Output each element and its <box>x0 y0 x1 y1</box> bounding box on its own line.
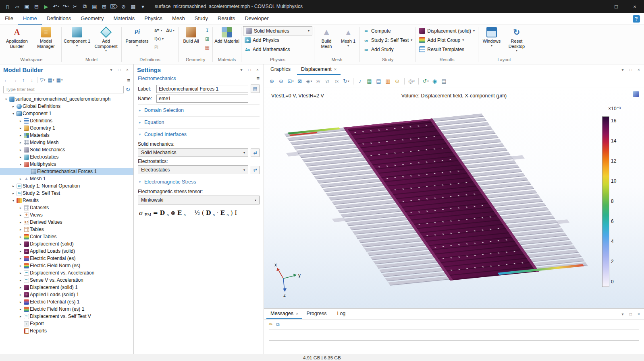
tree-item[interactable]: ▸ Tables <box>0 226 133 233</box>
tree-item[interactable]: ▸ Study 2: Self Test <box>0 190 133 197</box>
tab-graphics[interactable]: Graphics <box>266 64 297 75</box>
panel-close-icon[interactable]: × <box>125 68 130 72</box>
add-material-button[interactable]: Add Material <box>214 26 239 44</box>
plot-area[interactable]: VtestL=0 V, VtestR=2 V Volume: Displacem… <box>264 87 644 308</box>
build-all-button[interactable]: Build All <box>180 26 202 44</box>
tree-expander-icon[interactable]: ▸ <box>10 105 16 108</box>
undo-icon[interactable]: ↶ ▾ <box>52 2 60 11</box>
disable-icon[interactable]: ⊘ <box>119 2 128 11</box>
displacement-plot-button[interactable]: Displacement (solid) ▾ <box>418 26 476 35</box>
build-mesh-button[interactable]: Build Mesh <box>316 26 337 49</box>
result-templates-button[interactable]: Result Templates <box>418 45 476 54</box>
tree-expander-icon[interactable]: ▾ <box>10 112 16 116</box>
view-xy-plane-icon[interactable]: xy <box>314 77 322 85</box>
panel-menu-icon[interactable]: ▾ <box>108 68 114 72</box>
application-builder-button[interactable]: Application Builder <box>3 26 31 49</box>
parameters-button[interactable]: Parameters ▾ <box>123 26 151 47</box>
add-study-button[interactable]: Add Study <box>361 45 414 54</box>
settings-menu-icon[interactable]: ≡ <box>256 75 260 81</box>
tree-expander-icon[interactable]: ▸ <box>18 177 23 181</box>
back-icon[interactable]: ← <box>3 76 10 84</box>
print-icon[interactable]: ▤ <box>440 77 448 85</box>
update-view-icon[interactable]: ↻ ▾ <box>342 77 350 85</box>
tab-log[interactable]: Log <box>333 309 352 319</box>
tree-item[interactable]: ▸ Displacement (solid) <box>0 240 133 248</box>
tab-messages[interactable]: Messages × <box>266 309 302 319</box>
tree-item[interactable]: ▸ Displacement (solid) 1 <box>0 284 133 291</box>
parameter-case-button[interactable]: Pi <box>152 43 177 51</box>
more-options-icon[interactable]: ≡ <box>127 77 130 83</box>
tab-file[interactable]: File <box>0 13 18 25</box>
tree-item[interactable]: ▾ Component 1 <box>0 110 133 117</box>
add-mathematics-button[interactable]: Add Mathematics <box>243 45 312 54</box>
tab-home[interactable]: Home <box>18 13 42 25</box>
label-options-button[interactable]: ▤ <box>251 85 260 93</box>
add-physics-button[interactable]: Add Physics <box>243 35 312 45</box>
tree-expander-icon[interactable]: ▸ <box>10 192 16 195</box>
sound-on-selection-icon[interactable]: ♪ <box>356 77 364 85</box>
tree-item[interactable]: ▸ Derived Values <box>0 219 133 226</box>
stress-tensor-select[interactable]: Minkowski ▾ <box>138 196 260 204</box>
compute-button[interactable]: Compute <box>361 26 414 35</box>
tree-item[interactable]: ▸ Electric Potential (es) <box>0 255 133 262</box>
compact-history-icon[interactable]: ⊟ <box>32 2 41 11</box>
panel-menu-icon[interactable]: ▾ <box>620 68 625 72</box>
tree-expander-icon[interactable]: ▸ <box>18 221 23 224</box>
tree-expander-icon[interactable]: ▸ <box>18 264 23 268</box>
tree-expander-icon[interactable]: ▸ <box>18 286 23 289</box>
lock-view-icon[interactable]: ⊙ <box>393 77 401 85</box>
tree-expander-icon[interactable]: ▸ <box>18 278 23 282</box>
panel-close-icon[interactable]: × <box>255 68 260 72</box>
tree-item[interactable]: Export <box>0 320 133 327</box>
panel-close-icon[interactable]: × <box>636 312 642 316</box>
variables-button[interactable]: a= ▾ <box>152 26 164 34</box>
view-yz-plane-icon[interactable]: yz <box>324 77 332 85</box>
tree-expander-icon[interactable]: ▸ <box>18 119 23 123</box>
mesh1-button[interactable]: Mesh 1 ▾ <box>339 26 358 47</box>
snapshot-icon[interactable]: ◉ <box>431 77 439 85</box>
tab-geometry[interactable]: Geometry <box>76 13 108 25</box>
label-input[interactable] <box>156 85 248 93</box>
tree-expander-icon[interactable]: ▸ <box>18 307 23 311</box>
tab-materials[interactable]: Materials <box>108 13 139 25</box>
tree-item[interactable]: ▸ Sense V vs. Acceleration <box>0 276 133 284</box>
tree-expander-icon[interactable]: ▸ <box>18 257 23 260</box>
selection-mode-icon[interactable]: ◎ ▾ <box>407 77 415 85</box>
tree-item[interactable]: ▸ Electric Field Norm (es) 1 <box>0 305 133 313</box>
window-layout-icon[interactable]: ▩ <box>129 2 138 11</box>
tree-item[interactable]: ▸ Definitions <box>0 117 133 124</box>
close-button[interactable]: × <box>625 0 644 13</box>
collapse-expand-icon[interactable]: ▦ ▾ <box>56 76 63 84</box>
tree-expander-icon[interactable]: ▸ <box>18 134 23 137</box>
show-options-icon[interactable]: ▽ ▾ <box>39 76 46 84</box>
zoom-out-icon[interactable]: ⊖ <box>277 77 285 85</box>
new-file-icon[interactable]: ▯ <box>3 2 12 11</box>
help-button[interactable]: ? <box>633 15 640 23</box>
maximize-button[interactable]: □ <box>607 0 625 13</box>
insert-sequence-button[interactable]: ⊞ <box>204 35 211 43</box>
section-domain-selection[interactable]: ▸ Domain Selection <box>138 104 260 116</box>
physics-interface-select[interactable]: Solid Mechanics ▾ <box>243 26 312 35</box>
tree-item[interactable]: ▸ Color Tables <box>0 233 133 240</box>
tree-expander-icon[interactable]: ▸ <box>18 315 23 318</box>
tree-expander-icon[interactable]: ▸ <box>18 300 23 304</box>
section-equation[interactable]: ▸ Equation <box>138 116 260 128</box>
duplicate-icon[interactable]: ⊞ <box>100 2 109 11</box>
go-to-solid-mechanics-button[interactable]: ⇄ <box>251 149 260 157</box>
name-input[interactable] <box>156 95 248 103</box>
tree-item[interactable]: ▾ Results <box>0 197 133 204</box>
panel-menu-icon[interactable]: ▾ <box>239 68 244 72</box>
open-file-icon[interactable]: ▱ <box>13 2 22 11</box>
tree-item[interactable]: ▸ Solid Mechanics <box>0 146 133 153</box>
windows-button[interactable]: Windows ▾ <box>480 26 503 47</box>
electrostatics-select[interactable]: Electrostatics ▾ <box>138 165 248 174</box>
add-component-button[interactable]: Add Component ▾ <box>92 26 120 52</box>
tree-item[interactable]: ▸ Applied Loads (solid) <box>0 248 133 255</box>
tree-item[interactable]: ▸ Materials <box>0 132 133 139</box>
panel-menu-icon[interactable]: ▾ <box>620 312 625 316</box>
panel-float-icon[interactable]: □ <box>628 68 634 72</box>
solid-mechanics-select[interactable]: Solid Mechanics ▾ <box>138 148 248 157</box>
copy-messages-icon[interactable]: ⧉ <box>276 322 280 327</box>
close-tab-icon[interactable]: × <box>334 67 337 72</box>
defeature-button[interactable]: ▦ <box>204 44 211 51</box>
